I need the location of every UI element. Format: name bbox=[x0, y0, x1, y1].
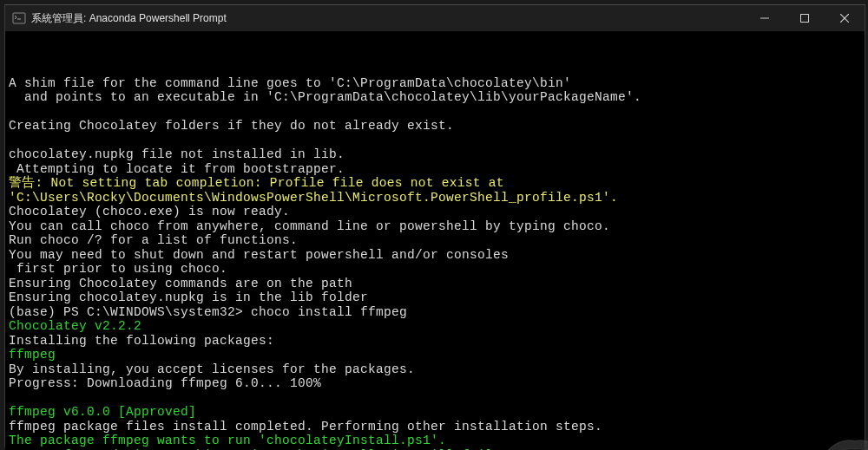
terminal-text: ffmpeg v6.0.0 [Approved] bbox=[9, 405, 196, 419]
terminal-line: You may need to shut down and restart po… bbox=[9, 248, 861, 263]
terminal-text: Ensuring chocolatey.nupkg is in the lib … bbox=[9, 290, 368, 304]
terminal-text: The package ffmpeg wants to run 'chocola… bbox=[9, 434, 446, 447]
terminal-text: Chocolatey v2.2.2 bbox=[9, 319, 141, 333]
svg-rect-3 bbox=[801, 15, 809, 23]
terminal-line: ffmpeg bbox=[9, 348, 861, 362]
terminal-text: 警告: Not setting tab completion: Profile … bbox=[9, 176, 504, 190]
terminal-line: ffmpeg package files install completed. … bbox=[9, 420, 861, 434]
terminal-line: Chocolatey (choco.exe) is now ready. bbox=[9, 205, 861, 219]
window-frame: 系統管理員: Anaconda Powershell Prompt A shim… bbox=[4, 4, 865, 447]
terminal-line: chocolatey.nupkg file not installed in l… bbox=[9, 147, 861, 162]
terminal-line: Attempting to locate it from bootstrappe… bbox=[9, 162, 861, 177]
terminal-line: Creating Chocolatey folders if they do n… bbox=[9, 119, 861, 134]
terminal-text: By installing, you accept licenses for t… bbox=[9, 362, 415, 376]
terminal-line: Chocolatey v2.2.2 bbox=[9, 319, 861, 334]
terminal-line: Ensuring chocolatey.nupkg is in the lib … bbox=[9, 290, 861, 305]
terminal-line: You can call choco from anywhere, comman… bbox=[9, 219, 861, 234]
svg-rect-0 bbox=[13, 13, 25, 23]
terminal-text: ffmpeg bbox=[9, 348, 56, 362]
terminal-text: ffmpeg package files install completed. … bbox=[9, 420, 602, 434]
minimize-button[interactable] bbox=[745, 5, 785, 31]
terminal-text: You may need to shut down and restart po… bbox=[9, 248, 509, 262]
terminal-line: 警告: Not setting tab completion: Profile … bbox=[9, 176, 861, 191]
terminal-text: 'C:\Users\Rocky\Documents\WindowsPowerSh… bbox=[9, 191, 618, 205]
terminal-line: (base) PS C:\WINDOWS\system32> choco ins… bbox=[9, 305, 861, 320]
terminal-line: A shim file for the command line goes to… bbox=[9, 76, 861, 91]
terminal-line: first prior to using choco. bbox=[9, 262, 861, 277]
terminal-line: and points to an executable in 'C:\Progr… bbox=[9, 90, 861, 105]
maximize-button[interactable] bbox=[785, 5, 825, 31]
terminal-line: 'C:\Users\Rocky\Documents\WindowsPowerSh… bbox=[9, 191, 861, 205]
terminal-text: Creating Chocolatey folders if they do n… bbox=[9, 119, 454, 133]
window-title: 系統管理員: Anaconda Powershell Prompt bbox=[31, 11, 227, 26]
terminal-line: Run choco /? for a list of functions. bbox=[9, 233, 861, 248]
terminal-text: A shim file for the command line goes to… bbox=[9, 76, 571, 90]
terminal-line: Progress: Downloading ffmpeg 6.0... 100% bbox=[9, 376, 861, 391]
terminal-text: Progress: Downloading ffmpeg 6.0... 100% bbox=[9, 376, 321, 390]
terminal-line bbox=[9, 134, 861, 148]
terminal-line: Ensuring Chocolatey commands are on the … bbox=[9, 277, 861, 291]
terminal-text: Run choco /? for a list of functions. bbox=[9, 233, 298, 247]
terminal-line: By installing, you accept licenses for t… bbox=[9, 362, 861, 377]
terminal-text: choco install ffmpeg bbox=[251, 305, 407, 319]
terminal-line: ffmpeg v6.0.0 [Approved] bbox=[9, 405, 861, 420]
terminal-text: Ensuring Chocolatey commands are on the … bbox=[9, 277, 352, 290]
terminal-text: first prior to using choco. bbox=[9, 262, 227, 276]
terminal-text: Chocolatey (choco.exe) is now ready. bbox=[9, 205, 290, 218]
terminal-line: The package ffmpeg wants to run 'chocola… bbox=[9, 434, 861, 448]
titlebar[interactable]: 系統管理員: Anaconda Powershell Prompt bbox=[5, 5, 865, 31]
terminal-line bbox=[9, 105, 861, 120]
terminal-text: and points to an executable in 'C:\Progr… bbox=[9, 90, 641, 104]
terminal-text: Installing the following packages: bbox=[9, 334, 274, 348]
terminal-line bbox=[9, 391, 861, 406]
close-button[interactable] bbox=[825, 5, 865, 31]
terminal-output[interactable]: A shim file for the command line goes to… bbox=[5, 31, 865, 450]
terminal-text: chocolatey.nupkg file not installed in l… bbox=[9, 147, 345, 161]
app-icon bbox=[12, 11, 26, 25]
terminal-text: (base) PS C:\WINDOWS\system32> bbox=[9, 305, 251, 319]
terminal-text: You can call choco from anywhere, comman… bbox=[9, 219, 610, 233]
terminal-text: Attempting to locate it from bootstrappe… bbox=[9, 162, 345, 176]
terminal-line: Installing the following packages: bbox=[9, 334, 861, 349]
